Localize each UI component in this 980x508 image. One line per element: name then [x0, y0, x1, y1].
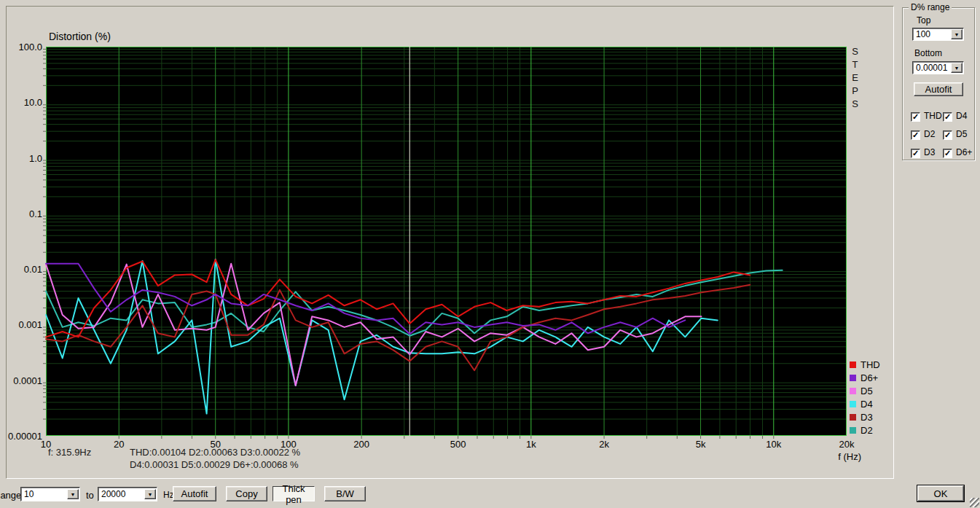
checkmark-icon[interactable]: ✓ [943, 149, 952, 158]
chart-title: Distortion (%) [49, 31, 111, 42]
resize-grip[interactable] [970, 498, 979, 507]
legend-item: D4 [850, 397, 880, 410]
legend-swatch-d5 [850, 388, 856, 394]
x-axis-tick-label: 200 [340, 439, 383, 450]
legend-label: D3 [861, 412, 873, 423]
bottom-label: Bottom [914, 48, 942, 58]
d6plus-checkbox[interactable]: ✓ D6+ [943, 147, 952, 158]
x-axis-tick-label: 5k [679, 439, 723, 450]
legend-item: D3 [850, 410, 880, 423]
chevron-down-icon[interactable]: ▼ [951, 63, 963, 73]
checkbox-label: D2 [924, 129, 935, 139]
bw-toggle[interactable]: B/W [324, 486, 366, 501]
checkbox-label: D3 [924, 147, 935, 157]
legend-swatch-d2 [850, 427, 856, 434]
plot-legend: THD D6+ D5 D4 D3 D2 [850, 358, 880, 437]
legend-item: D5 [850, 384, 880, 397]
x-axis-title: f (Hz) [796, 451, 861, 462]
y-axis-tick-label: 0.0001 [0, 375, 42, 386]
bottom-range-value: 0.00001 [913, 63, 951, 73]
y-axis-tick-label: 100.0 [0, 42, 42, 52]
legend-label: D4 [861, 399, 873, 410]
y-axis-tick-label: 1.0 [0, 153, 42, 164]
range-to-select[interactable]: 20000 ▼ [98, 487, 157, 501]
chevron-down-icon[interactable]: ▼ [144, 489, 156, 499]
x-axis-tick-label: 1k [509, 439, 553, 450]
d4-checkbox[interactable]: ✓ D4 [943, 111, 952, 122]
legend-swatch-d6 [850, 375, 856, 381]
panel-autofit-button[interactable]: Autofit [914, 82, 963, 96]
x-axis-tick-label: 2k [582, 439, 626, 450]
x-axis-tick-label: 500 [436, 439, 480, 450]
x-axis-tick-label: 20k [825, 439, 869, 450]
bottom-range-select[interactable]: 0.00001 ▼ [912, 61, 964, 74]
toolbar-autofit-button[interactable]: Autofit [173, 486, 216, 501]
distortion-plot[interactable] [46, 47, 847, 436]
checkbox-label: D4 [956, 111, 967, 121]
cursor-frequency-readout: f: 315.9Hz [48, 447, 91, 458]
d5-checkbox[interactable]: ✓ D5 [943, 129, 952, 140]
copy-button[interactable]: Copy [226, 486, 267, 501]
y-axis-tick-label: 0.1 [0, 208, 42, 219]
legend-label: THD [861, 359, 880, 370]
d-range-group-title: D% range [909, 2, 952, 12]
range-from-select[interactable]: 10 ▼ [20, 487, 80, 501]
d3-checkbox[interactable]: ✓ D3 [911, 147, 920, 158]
legend-label: D6+ [861, 372, 878, 383]
range-from-value: 10 [21, 489, 67, 499]
legend-item: D2 [850, 423, 880, 437]
ok-button[interactable]: OK [917, 485, 964, 501]
distortion-readout-line1: THD:0.00104 D2:0.00063 D3:0.00022 % [130, 447, 300, 458]
checkmark-icon[interactable]: ✓ [943, 112, 952, 122]
to-label: to [86, 490, 94, 501]
d2-checkbox[interactable]: ✓ D2 [911, 129, 920, 140]
y-axis-tick-label: 0.001 [0, 319, 42, 330]
legend-label: D2 [861, 425, 873, 436]
top-label: Top [917, 15, 930, 26]
top-range-value: 100 [913, 29, 951, 39]
distortion-readout-line2: D4:0.00031 D5:0.00029 D6+:0.00068 % [130, 459, 299, 470]
legend-swatch-d3 [850, 414, 856, 421]
checkmark-icon[interactable]: ✓ [911, 149, 920, 158]
legend-item: D6+ [850, 371, 880, 384]
legend-item: THD [850, 358, 880, 371]
steps-watermark: STEPS [850, 46, 861, 112]
thd-checkbox[interactable]: ✓ THD [911, 111, 920, 122]
legend-swatch-d4 [850, 401, 856, 407]
checkbox-label: D5 [956, 129, 967, 139]
checkbox-label: D6+ [956, 147, 972, 157]
y-axis-tick-label: 10.0 [0, 97, 42, 108]
range-to-value: 20000 [98, 489, 144, 499]
checkbox-label: THD [924, 111, 942, 121]
top-range-select[interactable]: 100 ▼ [912, 28, 964, 41]
thick-pen-toggle[interactable]: Thick pen [273, 486, 315, 501]
chevron-down-icon[interactable]: ▼ [67, 489, 79, 499]
checkmark-icon[interactable]: ✓ [943, 130, 952, 140]
legend-label: D5 [861, 386, 873, 396]
checkmark-icon[interactable]: ✓ [911, 112, 920, 122]
checkmark-icon[interactable]: ✓ [911, 130, 920, 140]
x-axis-tick-label: 10k [752, 439, 796, 450]
y-axis-tick-label: 0.01 [0, 264, 42, 275]
legend-swatch-thd [850, 362, 856, 368]
chevron-down-icon[interactable]: ▼ [951, 29, 963, 39]
